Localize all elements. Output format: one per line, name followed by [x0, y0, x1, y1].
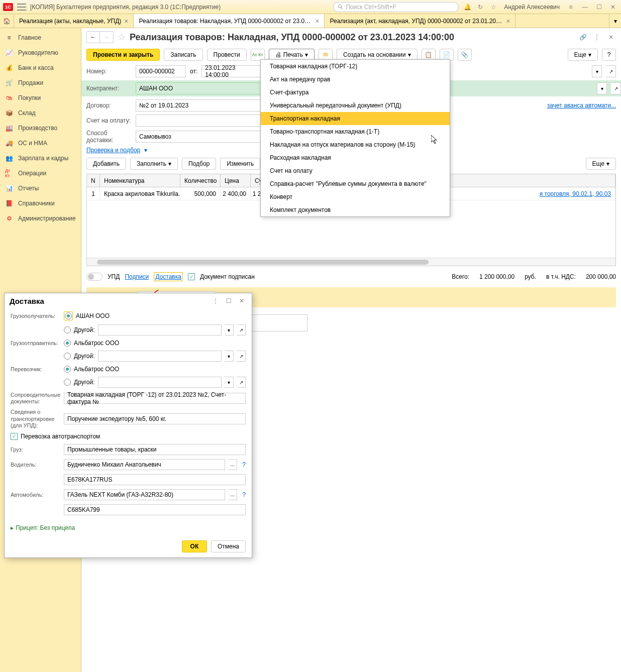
help-button[interactable]: ? [602, 49, 616, 61]
menu-item[interactable]: Счет-фактура [261, 86, 450, 99]
more-icon[interactable]: ⋮ [592, 32, 602, 42]
tabs-dropdown[interactable]: ▾ [609, 14, 621, 28]
date-input[interactable]: 23.01.2023 14:00:00 [201, 65, 262, 77]
menu-item[interactable]: Справка-расчет "Рублевые суммы документа… [261, 177, 450, 190]
signed-checkbox[interactable]: ✓ [188, 273, 195, 280]
h-scrollbar[interactable] [87, 258, 615, 266]
menu-item[interactable]: Товарно-транспортная накладная (1-Т) [261, 125, 450, 138]
dropdown-btn[interactable]: ▾ [225, 351, 234, 362]
pick-btn[interactable]: … [228, 459, 237, 470]
menu-item[interactable]: Накладная на отпуск материалов на сторон… [261, 138, 450, 151]
signs-link[interactable]: Подписи [125, 273, 149, 280]
other-radio[interactable] [64, 326, 71, 333]
dropdown-btn[interactable]: ▾ [225, 324, 234, 335]
open-btn[interactable]: ↗ [237, 324, 246, 335]
link-icon[interactable]: 🔗 [578, 32, 588, 42]
car-input[interactable]: ГАЗель NEXT Комби (ГАЗ-А32R32-80) [64, 489, 225, 500]
open-btn[interactable]: ↗ [237, 351, 246, 362]
tab-1[interactable]: Реализация товаров: Накладная, УПД 0000-… [134, 14, 325, 28]
tab-close-icon[interactable]: × [506, 17, 510, 25]
nav-back-button[interactable]: ← [87, 32, 100, 43]
other-input-2[interactable] [98, 351, 222, 362]
menu-item[interactable]: Универсальный передаточный документ (УПД… [261, 99, 450, 112]
driver-input[interactable]: Будниченко Михаил Анатольевич [64, 459, 225, 470]
menu-item[interactable]: Акт на передачу прав [261, 73, 450, 86]
docs-input[interactable]: Товарная накладная (ТОРГ -12) от 23.01.2… [64, 393, 246, 404]
cargo-input[interactable]: Промышленные товары, краски [64, 444, 246, 455]
th-n[interactable]: N [87, 174, 100, 187]
dropdown-btn[interactable]: ▾ [597, 82, 607, 94]
dropdown-btn[interactable]: ▾ [592, 65, 602, 77]
popup-max-icon[interactable]: ☐ [224, 296, 234, 306]
open-btn[interactable]: ↗ [606, 65, 616, 77]
favorite-icon[interactable]: ☆ [118, 32, 126, 43]
change-button[interactable]: Изменить [220, 158, 260, 170]
side-burger[interactable]: ≡Главное [0, 30, 81, 45]
sidebar-item-sales[interactable]: 🛒Продажи [0, 75, 81, 90]
other-radio-2[interactable] [64, 353, 71, 360]
popup-close-icon[interactable]: ✕ [237, 296, 247, 306]
open-btn[interactable]: ↗ [237, 377, 246, 388]
sidebar-item-hr[interactable]: 👥Зарплата и кадры [0, 151, 81, 166]
save-button[interactable]: Записать [164, 49, 202, 61]
sidebar-item-manager[interactable]: 📈Руководителю [0, 45, 81, 60]
attach-button[interactable]: 📎 [458, 49, 472, 61]
save-close-button[interactable]: Провести и закрыть [86, 49, 160, 61]
contract-input[interactable]: №2 от 19.01.2023 [136, 99, 264, 111]
sidebar-item-refs[interactable]: 📕Справочники [0, 196, 81, 211]
upd-toggle[interactable] [86, 273, 102, 281]
fill-button[interactable]: Заполнить▾ [130, 158, 178, 170]
menu-item[interactable]: Конверт [261, 190, 450, 203]
plate-input[interactable]: C685KA799 [64, 504, 246, 515]
delivery-link[interactable]: Доставка [154, 272, 183, 281]
maximize-button[interactable]: ☐ [594, 3, 604, 12]
open-btn[interactable]: ↗ [611, 82, 621, 94]
pick-btn[interactable]: … [228, 489, 237, 500]
driver-id-input[interactable]: E678KA177RUS [64, 474, 246, 485]
close-button[interactable]: ✕ [608, 3, 618, 12]
info-input[interactable]: Поручение экспедитору №5, 600 кг. [64, 413, 246, 424]
sidebar-item-admin[interactable]: ⚙Администрирование [0, 211, 81, 226]
sidebar-item-reports[interactable]: 📊Отчеты [0, 181, 81, 196]
sidebar-item-operations[interactable]: Дт КтОперации [0, 166, 81, 181]
contractor-input[interactable]: АШАН ООО [136, 82, 264, 94]
sidebar-item-production[interactable]: 🏭Производство [0, 121, 81, 136]
home-tab[interactable]: 🏠 [0, 14, 14, 28]
carrier-radio[interactable] [64, 366, 71, 373]
more-button[interactable]: Еще▾ [568, 49, 598, 61]
sidebar-item-purchases[interactable]: 🛍Покупки [0, 90, 81, 105]
more-button-2[interactable]: Еще▾ [586, 158, 616, 170]
th-qty[interactable]: Количество [180, 174, 221, 187]
ok-button[interactable]: ОК [182, 540, 207, 552]
help-icon[interactable]: ? [242, 491, 246, 498]
tab-2[interactable]: Реализация (акт, накладная, УПД) 0000-00… [325, 14, 515, 28]
other-input[interactable] [98, 324, 222, 335]
sidebar-item-bank[interactable]: 💰Банк и касса [0, 60, 81, 75]
trailer-link[interactable]: ▸Прицеп: Без прицепа [5, 522, 252, 535]
tab-close-icon[interactable]: × [315, 17, 319, 25]
popup-more-icon[interactable]: ⋮ [211, 296, 221, 306]
help-icon[interactable]: ? [242, 461, 246, 468]
sidebar-item-warehouse[interactable]: 📦Склад [0, 105, 81, 121]
account-link[interactable]: я торговля, 90.02.1, 90.03 [540, 190, 611, 197]
check-link[interactable]: Проверка и подбор [86, 147, 140, 154]
star-icon[interactable]: ☆ [489, 3, 498, 12]
history-icon[interactable]: ↻ [476, 3, 485, 12]
search-input[interactable]: Поиск Ctrl+Shift+F [333, 2, 459, 12]
other-input-3[interactable] [98, 377, 222, 388]
cancel-button[interactable]: Отмена [211, 540, 246, 552]
number-input[interactable]: 0000-000002 [136, 65, 186, 77]
hamburger-icon[interactable] [17, 4, 26, 11]
auto-checkbox[interactable]: ✓ [11, 433, 18, 440]
menu-item[interactable]: Товарная накладная (ТОРГ-12) [261, 60, 450, 73]
menu-item[interactable]: Комплект документов [261, 203, 450, 216]
advance-link[interactable]: зачет аванса автомати... [547, 102, 616, 109]
shipper-radio[interactable] [64, 340, 71, 347]
menu-item[interactable]: Счет на оплату [261, 164, 450, 177]
th-nom[interactable]: Номенклатура [100, 174, 180, 187]
bell-icon[interactable]: 🔔 [463, 3, 472, 12]
delivery-input[interactable]: Самовывоз [136, 131, 264, 143]
post-button[interactable]: Провести [207, 49, 247, 61]
pick-button[interactable]: Подбор [182, 158, 216, 170]
menu-item[interactable]: Расходная накладная [261, 151, 450, 164]
